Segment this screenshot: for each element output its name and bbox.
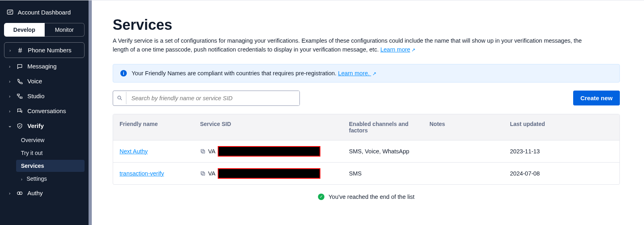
hash-icon [17, 47, 24, 54]
chevron-down-icon: ⌄ [7, 123, 12, 128]
copy-icon[interactable] [200, 171, 206, 176]
external-link-icon: ↗ [411, 46, 415, 54]
chevron-right-icon: › [7, 64, 12, 69]
svg-rect-8 [202, 172, 205, 175]
tab-develop[interactable]: Develop [4, 23, 45, 37]
sidebar-item-studio[interactable]: › Studio [4, 89, 85, 103]
cell-updated: 2023-11-13 [504, 142, 580, 160]
search-icon [113, 92, 126, 104]
message-icon [16, 63, 23, 70]
dashboard-icon [6, 8, 14, 16]
sidebar-tabs: Develop Monitor [4, 23, 85, 37]
end-text: You've reached the end of the list [328, 194, 414, 200]
copy-icon[interactable] [200, 149, 206, 154]
account-dashboard-label: Account Dashboard [18, 9, 71, 16]
info-banner: i Your Friendly Names are compliant with… [113, 64, 620, 83]
cell-updated: 2024-07-08 [504, 165, 580, 182]
svg-rect-7 [201, 149, 204, 152]
table-row: Next Authy VA SMS, Voice, WhatsApp 2023-… [113, 140, 619, 163]
check-circle-icon: ✓ [318, 194, 324, 200]
external-link-icon: ↗ [372, 71, 376, 76]
table-row: transaction-verify VA SMS 2024-07-08 [113, 163, 619, 184]
chevron-right-icon: › [7, 94, 12, 99]
conversations-icon [16, 108, 23, 114]
sidebar-item-label: Phone Numbers [28, 47, 71, 54]
sid-prefix: VA [208, 170, 215, 177]
sidebar-item-authy[interactable]: › Authy [4, 186, 85, 200]
main-content: Services A Verify service is a set of co… [89, 0, 644, 225]
th-friendly-name: Friendly name [113, 114, 194, 140]
sid-redacted [218, 146, 320, 157]
verify-icon [16, 123, 23, 129]
cell-notes [423, 168, 504, 179]
table-header: Friendly name Service SID Enabled channe… [113, 114, 619, 140]
search-box [113, 91, 300, 106]
service-name-link[interactable]: Next Authy [120, 148, 148, 155]
studio-icon [16, 93, 23, 99]
cell-channels: SMS [343, 165, 423, 182]
sid-prefix: VA [208, 148, 215, 155]
sidebar-item-messaging[interactable]: › Messaging [4, 60, 85, 73]
services-table: Friendly name Service SID Enabled channe… [113, 114, 620, 185]
chevron-right-icon: › [7, 109, 12, 114]
chevron-right-icon: › [7, 79, 12, 84]
authy-icon [16, 190, 23, 196]
sidebar-item-conversations[interactable]: › Conversations [4, 104, 85, 118]
subnav-services[interactable]: Services [16, 160, 85, 172]
chevron-right-icon: › [21, 177, 27, 182]
th-last-updated: Last updated [504, 114, 580, 140]
end-of-list: ✓ You've reached the end of the list [113, 194, 620, 200]
svg-rect-6 [202, 150, 205, 153]
cell-channels: SMS, Voice, WhatsApp [343, 142, 423, 160]
search-input[interactable] [126, 91, 299, 105]
page-description: A Verify service is a set of configurati… [113, 37, 584, 54]
subnav-overview[interactable]: Overview [16, 134, 85, 146]
svg-rect-9 [201, 171, 204, 174]
sidebar-item-label: Voice [27, 78, 42, 85]
phone-icon [16, 78, 23, 85]
account-dashboard-link[interactable]: Account Dashboard [4, 5, 85, 21]
subnav-settings[interactable]: ›Settings [16, 173, 85, 185]
sidebar-item-verify[interactable]: ⌄ Verify [4, 119, 85, 132]
chevron-right-icon: › [7, 191, 12, 196]
th-service-sid: Service SID [194, 114, 343, 140]
tab-monitor[interactable]: Monitor [45, 23, 85, 37]
sidebar-item-label: Verify [27, 122, 44, 129]
chevron-right-icon: › [8, 48, 12, 53]
toolbar: Create new [113, 91, 620, 106]
service-name-link[interactable]: transaction-verify [120, 170, 164, 177]
sidebar-item-label: Messaging [27, 63, 57, 70]
sidebar-item-voice[interactable]: › Voice [4, 74, 85, 88]
subnav-try-it-out[interactable]: Try it out [16, 147, 85, 159]
sidebar-item-label: Authy [27, 190, 43, 196]
verify-subnav: Overview Try it out Services ›Settings [4, 134, 85, 185]
learn-more-link[interactable]: Learn more↗ [380, 46, 415, 53]
sidebar-item-label: Conversations [27, 107, 66, 114]
sid-redacted [218, 168, 320, 179]
th-notes: Notes [423, 114, 504, 140]
sidebar: Account Dashboard Develop Monitor › Phon… [0, 0, 89, 225]
th-channels: Enabled channels and factors [343, 114, 423, 140]
page-title: Services [113, 17, 620, 33]
sidebar-item-label: Studio [27, 93, 45, 99]
svg-point-5 [118, 96, 121, 99]
banner-learn-more-link[interactable]: Learn more. ↗ [338, 70, 376, 76]
svg-rect-1 [17, 94, 19, 95]
create-new-button[interactable]: Create new [573, 91, 620, 105]
cell-notes [423, 146, 504, 157]
banner-text: Your Friendly Names are compliant with c… [132, 70, 376, 76]
info-icon: i [120, 70, 127, 76]
sidebar-item-phone-numbers[interactable]: › Phone Numbers [4, 42, 85, 58]
